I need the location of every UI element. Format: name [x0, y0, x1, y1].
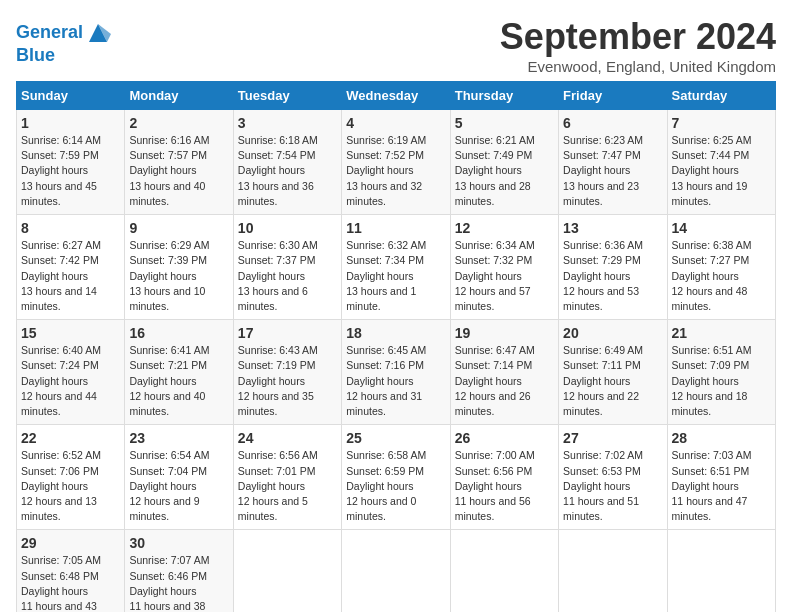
logo-text-blue: Blue: [16, 46, 111, 66]
col-thursday: Thursday: [450, 82, 558, 110]
day-number: 18: [346, 325, 445, 341]
table-row: 20 Sunrise: 6:49 AM Sunset: 7:11 PM Dayl…: [559, 320, 667, 425]
table-row: 21 Sunrise: 6:51 AM Sunset: 7:09 PM Dayl…: [667, 320, 775, 425]
col-saturday: Saturday: [667, 82, 775, 110]
day-number: 22: [21, 430, 120, 446]
table-row: [559, 530, 667, 612]
table-row: 11 Sunrise: 6:32 AM Sunset: 7:34 PM Dayl…: [342, 215, 450, 320]
logo: General Blue: [16, 20, 111, 66]
day-info: Sunrise: 6:30 AM Sunset: 7:37 PM Dayligh…: [238, 238, 337, 314]
location: Evenwood, England, United Kingdom: [500, 58, 776, 75]
table-row: 28 Sunrise: 7:03 AM Sunset: 6:51 PM Dayl…: [667, 425, 775, 530]
day-info: Sunrise: 6:14 AM Sunset: 7:59 PM Dayligh…: [21, 133, 120, 209]
table-row: 5 Sunrise: 6:21 AM Sunset: 7:49 PM Dayli…: [450, 110, 558, 215]
day-info: Sunrise: 6:40 AM Sunset: 7:24 PM Dayligh…: [21, 343, 120, 419]
day-number: 5: [455, 115, 554, 131]
table-row: [450, 530, 558, 612]
table-row: 8 Sunrise: 6:27 AM Sunset: 7:42 PM Dayli…: [17, 215, 125, 320]
table-row: [233, 530, 341, 612]
table-row: 18 Sunrise: 6:45 AM Sunset: 7:16 PM Dayl…: [342, 320, 450, 425]
table-row: 23 Sunrise: 6:54 AM Sunset: 7:04 PM Dayl…: [125, 425, 233, 530]
day-info: Sunrise: 6:52 AM Sunset: 7:06 PM Dayligh…: [21, 448, 120, 524]
logo-icon: [85, 20, 111, 46]
table-row: 3 Sunrise: 6:18 AM Sunset: 7:54 PM Dayli…: [233, 110, 341, 215]
calendar-week-row: 15 Sunrise: 6:40 AM Sunset: 7:24 PM Dayl…: [17, 320, 776, 425]
day-info: Sunrise: 6:49 AM Sunset: 7:11 PM Dayligh…: [563, 343, 662, 419]
day-number: 7: [672, 115, 771, 131]
table-row: 10 Sunrise: 6:30 AM Sunset: 7:37 PM Dayl…: [233, 215, 341, 320]
calendar-week-row: 8 Sunrise: 6:27 AM Sunset: 7:42 PM Dayli…: [17, 215, 776, 320]
col-sunday: Sunday: [17, 82, 125, 110]
table-row: 25 Sunrise: 6:58 AM Sunset: 6:59 PM Dayl…: [342, 425, 450, 530]
day-number: 2: [129, 115, 228, 131]
day-number: 25: [346, 430, 445, 446]
table-row: 30 Sunrise: 7:07 AM Sunset: 6:46 PM Dayl…: [125, 530, 233, 612]
table-row: [667, 530, 775, 612]
day-info: Sunrise: 6:18 AM Sunset: 7:54 PM Dayligh…: [238, 133, 337, 209]
table-row: 15 Sunrise: 6:40 AM Sunset: 7:24 PM Dayl…: [17, 320, 125, 425]
title-block: September 2024 Evenwood, England, United…: [500, 16, 776, 75]
day-number: 3: [238, 115, 337, 131]
col-wednesday: Wednesday: [342, 82, 450, 110]
day-info: Sunrise: 6:32 AM Sunset: 7:34 PM Dayligh…: [346, 238, 445, 314]
col-friday: Friday: [559, 82, 667, 110]
day-number: 29: [21, 535, 120, 551]
table-row: 14 Sunrise: 6:38 AM Sunset: 7:27 PM Dayl…: [667, 215, 775, 320]
table-row: 1 Sunrise: 6:14 AM Sunset: 7:59 PM Dayli…: [17, 110, 125, 215]
day-number: 23: [129, 430, 228, 446]
table-row: 13 Sunrise: 6:36 AM Sunset: 7:29 PM Dayl…: [559, 215, 667, 320]
day-info: Sunrise: 6:38 AM Sunset: 7:27 PM Dayligh…: [672, 238, 771, 314]
table-row: 17 Sunrise: 6:43 AM Sunset: 7:19 PM Dayl…: [233, 320, 341, 425]
day-number: 26: [455, 430, 554, 446]
day-info: Sunrise: 6:41 AM Sunset: 7:21 PM Dayligh…: [129, 343, 228, 419]
table-row: [342, 530, 450, 612]
table-row: 26 Sunrise: 7:00 AM Sunset: 6:56 PM Dayl…: [450, 425, 558, 530]
day-number: 16: [129, 325, 228, 341]
day-number: 14: [672, 220, 771, 236]
day-info: Sunrise: 6:19 AM Sunset: 7:52 PM Dayligh…: [346, 133, 445, 209]
day-number: 6: [563, 115, 662, 131]
day-info: Sunrise: 6:45 AM Sunset: 7:16 PM Dayligh…: [346, 343, 445, 419]
day-number: 9: [129, 220, 228, 236]
day-info: Sunrise: 7:02 AM Sunset: 6:53 PM Dayligh…: [563, 448, 662, 524]
col-tuesday: Tuesday: [233, 82, 341, 110]
day-number: 1: [21, 115, 120, 131]
day-number: 17: [238, 325, 337, 341]
table-row: 9 Sunrise: 6:29 AM Sunset: 7:39 PM Dayli…: [125, 215, 233, 320]
day-number: 12: [455, 220, 554, 236]
table-row: 22 Sunrise: 6:52 AM Sunset: 7:06 PM Dayl…: [17, 425, 125, 530]
day-info: Sunrise: 6:58 AM Sunset: 6:59 PM Dayligh…: [346, 448, 445, 524]
table-row: 4 Sunrise: 6:19 AM Sunset: 7:52 PM Dayli…: [342, 110, 450, 215]
day-info: Sunrise: 6:21 AM Sunset: 7:49 PM Dayligh…: [455, 133, 554, 209]
page-header: General Blue September 2024 Evenwood, En…: [16, 16, 776, 75]
day-number: 28: [672, 430, 771, 446]
day-number: 20: [563, 325, 662, 341]
day-number: 15: [21, 325, 120, 341]
day-info: Sunrise: 6:29 AM Sunset: 7:39 PM Dayligh…: [129, 238, 228, 314]
day-number: 24: [238, 430, 337, 446]
day-number: 4: [346, 115, 445, 131]
day-info: Sunrise: 7:07 AM Sunset: 6:46 PM Dayligh…: [129, 553, 228, 612]
table-row: 7 Sunrise: 6:25 AM Sunset: 7:44 PM Dayli…: [667, 110, 775, 215]
logo-text: General: [16, 23, 83, 43]
day-info: Sunrise: 7:00 AM Sunset: 6:56 PM Dayligh…: [455, 448, 554, 524]
table-row: 24 Sunrise: 6:56 AM Sunset: 7:01 PM Dayl…: [233, 425, 341, 530]
table-row: 27 Sunrise: 7:02 AM Sunset: 6:53 PM Dayl…: [559, 425, 667, 530]
day-info: Sunrise: 6:34 AM Sunset: 7:32 PM Dayligh…: [455, 238, 554, 314]
day-number: 27: [563, 430, 662, 446]
day-info: Sunrise: 6:51 AM Sunset: 7:09 PM Dayligh…: [672, 343, 771, 419]
day-info: Sunrise: 6:56 AM Sunset: 7:01 PM Dayligh…: [238, 448, 337, 524]
table-row: 16 Sunrise: 6:41 AM Sunset: 7:21 PM Dayl…: [125, 320, 233, 425]
day-number: 11: [346, 220, 445, 236]
day-info: Sunrise: 6:54 AM Sunset: 7:04 PM Dayligh…: [129, 448, 228, 524]
calendar-week-row: 22 Sunrise: 6:52 AM Sunset: 7:06 PM Dayl…: [17, 425, 776, 530]
day-number: 10: [238, 220, 337, 236]
month-title: September 2024: [500, 16, 776, 58]
day-info: Sunrise: 6:23 AM Sunset: 7:47 PM Dayligh…: [563, 133, 662, 209]
table-row: 2 Sunrise: 6:16 AM Sunset: 7:57 PM Dayli…: [125, 110, 233, 215]
calendar-table: Sunday Monday Tuesday Wednesday Thursday…: [16, 81, 776, 612]
col-monday: Monday: [125, 82, 233, 110]
calendar-week-row: 1 Sunrise: 6:14 AM Sunset: 7:59 PM Dayli…: [17, 110, 776, 215]
table-row: 6 Sunrise: 6:23 AM Sunset: 7:47 PM Dayli…: [559, 110, 667, 215]
calendar-header-row: Sunday Monday Tuesday Wednesday Thursday…: [17, 82, 776, 110]
